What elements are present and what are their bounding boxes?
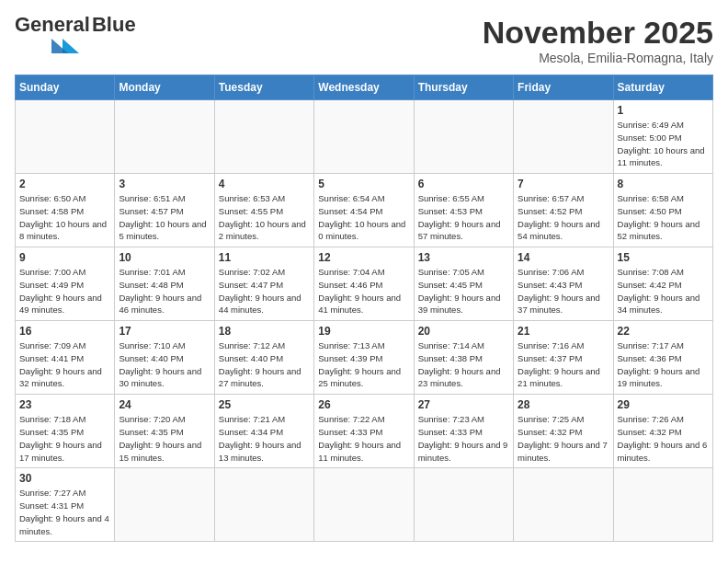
calendar-cell: 2Sunrise: 6:50 AM Sunset: 4:58 PM Daylig… (16, 174, 115, 247)
day-info: Sunrise: 7:08 AM Sunset: 4:42 PM Dayligh… (618, 266, 709, 316)
day-number: 18 (219, 325, 310, 338)
calendar-cell: 25Sunrise: 7:21 AM Sunset: 4:34 PM Dayli… (214, 395, 313, 468)
calendar-cell: 15Sunrise: 7:08 AM Sunset: 4:42 PM Dayli… (613, 247, 712, 321)
day-info: Sunrise: 7:25 AM Sunset: 4:32 PM Dayligh… (518, 413, 609, 464)
calendar-cell: 19Sunrise: 7:13 AM Sunset: 4:39 PM Dayli… (314, 321, 414, 395)
day-number: 5 (318, 178, 409, 190)
calendar-cell: 22Sunrise: 7:17 AM Sunset: 4:36 PM Dayli… (613, 321, 712, 395)
day-info: Sunrise: 7:20 AM Sunset: 4:35 PM Dayligh… (119, 413, 210, 464)
day-info: Sunrise: 7:12 AM Sunset: 4:40 PM Dayligh… (219, 339, 310, 390)
calendar-cell: 12Sunrise: 7:04 AM Sunset: 4:46 PM Dayli… (314, 247, 414, 321)
logo-text-general: General (15, 15, 90, 35)
day-number: 7 (518, 178, 609, 190)
calendar-cell: 9Sunrise: 7:00 AM Sunset: 4:49 PM Daylig… (16, 247, 115, 321)
calendar-table: SundayMondayTuesdayWednesdayThursdayFrid… (15, 75, 713, 542)
calendar-cell: 24Sunrise: 7:20 AM Sunset: 4:35 PM Dayli… (115, 395, 214, 468)
day-info: Sunrise: 7:27 AM Sunset: 4:31 PM Dayligh… (19, 487, 110, 537)
calendar-cell: 16Sunrise: 7:09 AM Sunset: 4:41 PM Dayli… (16, 321, 115, 395)
day-info: Sunrise: 6:50 AM Sunset: 4:58 PM Dayligh… (19, 192, 110, 243)
weekday-header-thursday: Thursday (414, 75, 513, 100)
calendar-cell: 28Sunrise: 7:25 AM Sunset: 4:32 PM Dayli… (514, 395, 613, 468)
day-number: 29 (618, 398, 709, 411)
calendar-cell: 29Sunrise: 7:26 AM Sunset: 4:32 PM Dayli… (613, 395, 712, 468)
calendar-cell: 27Sunrise: 7:23 AM Sunset: 4:33 PM Dayli… (414, 395, 513, 468)
calendar-cell (214, 468, 313, 542)
day-number: 19 (318, 325, 409, 338)
calendar-cell: 11Sunrise: 7:02 AM Sunset: 4:47 PM Dayli… (214, 247, 313, 321)
day-number: 14 (518, 251, 609, 264)
day-info: Sunrise: 7:06 AM Sunset: 4:43 PM Dayligh… (518, 266, 609, 316)
day-number: 22 (618, 325, 709, 338)
weekday-header-sunday: Sunday (16, 75, 115, 100)
day-number: 20 (418, 325, 509, 338)
day-info: Sunrise: 7:16 AM Sunset: 4:37 PM Dayligh… (518, 339, 609, 390)
calendar-cell: 20Sunrise: 7:14 AM Sunset: 4:38 PM Dayli… (414, 321, 513, 395)
calendar-cell: 17Sunrise: 7:10 AM Sunset: 4:40 PM Dayli… (115, 321, 214, 395)
calendar-cell: 30Sunrise: 7:27 AM Sunset: 4:31 PM Dayli… (16, 468, 115, 542)
day-number: 6 (418, 178, 509, 190)
calendar-cell: 14Sunrise: 7:06 AM Sunset: 4:43 PM Dayli… (514, 247, 613, 321)
day-number: 17 (119, 325, 210, 338)
calendar-cell (414, 100, 513, 174)
day-number: 23 (19, 398, 110, 411)
day-info: Sunrise: 7:10 AM Sunset: 4:40 PM Dayligh… (119, 339, 210, 390)
day-number: 2 (19, 178, 110, 190)
day-info: Sunrise: 7:22 AM Sunset: 4:33 PM Dayligh… (318, 413, 409, 464)
day-info: Sunrise: 7:02 AM Sunset: 4:47 PM Dayligh… (219, 266, 310, 316)
day-number: 16 (19, 325, 110, 338)
calendar-cell (214, 100, 313, 174)
day-info: Sunrise: 6:51 AM Sunset: 4:57 PM Dayligh… (119, 192, 210, 243)
day-info: Sunrise: 7:00 AM Sunset: 4:49 PM Dayligh… (19, 266, 110, 316)
calendar-header-row: SundayMondayTuesdayWednesdayThursdayFrid… (16, 75, 713, 100)
day-info: Sunrise: 7:14 AM Sunset: 4:38 PM Dayligh… (418, 339, 509, 390)
logo: General Blue (15, 15, 136, 53)
day-number: 26 (318, 398, 409, 411)
calendar-cell: 5Sunrise: 6:54 AM Sunset: 4:54 PM Daylig… (314, 174, 414, 247)
calendar-cell (514, 100, 613, 174)
day-info: Sunrise: 7:18 AM Sunset: 4:35 PM Dayligh… (19, 413, 110, 464)
logo-text-blue: Blue (92, 15, 136, 35)
day-number: 25 (219, 398, 310, 411)
calendar-week-row: 1Sunrise: 6:49 AM Sunset: 5:00 PM Daylig… (16, 100, 713, 174)
calendar-week-row: 9Sunrise: 7:00 AM Sunset: 4:49 PM Daylig… (16, 247, 713, 321)
calendar-cell: 3Sunrise: 6:51 AM Sunset: 4:57 PM Daylig… (115, 174, 214, 247)
day-info: Sunrise: 7:01 AM Sunset: 4:48 PM Dayligh… (119, 266, 210, 316)
weekday-header-tuesday: Tuesday (214, 75, 313, 100)
day-info: Sunrise: 6:58 AM Sunset: 4:50 PM Dayligh… (618, 192, 709, 243)
day-info: Sunrise: 7:21 AM Sunset: 4:34 PM Dayligh… (219, 413, 310, 464)
day-number: 12 (318, 251, 409, 264)
calendar-cell: 4Sunrise: 6:53 AM Sunset: 4:55 PM Daylig… (214, 174, 313, 247)
calendar-cell: 23Sunrise: 7:18 AM Sunset: 4:35 PM Dayli… (16, 395, 115, 468)
calendar-week-row: 2Sunrise: 6:50 AM Sunset: 4:58 PM Daylig… (16, 174, 713, 247)
calendar-cell (514, 468, 613, 542)
weekday-header-saturday: Saturday (613, 75, 712, 100)
day-info: Sunrise: 7:13 AM Sunset: 4:39 PM Dayligh… (318, 339, 409, 390)
calendar-week-row: 16Sunrise: 7:09 AM Sunset: 4:41 PM Dayli… (16, 321, 713, 395)
weekday-header-monday: Monday (115, 75, 214, 100)
calendar-cell (314, 468, 414, 542)
day-number: 28 (518, 398, 609, 411)
day-number: 11 (219, 251, 310, 264)
day-info: Sunrise: 7:17 AM Sunset: 4:36 PM Dayligh… (618, 339, 709, 390)
calendar-cell: 8Sunrise: 6:58 AM Sunset: 4:50 PM Daylig… (613, 174, 712, 247)
calendar-cell: 13Sunrise: 7:05 AM Sunset: 4:45 PM Dayli… (414, 247, 513, 321)
location-title: Mesola, Emilia-Romagna, Italy (483, 51, 713, 65)
weekday-header-wednesday: Wednesday (314, 75, 414, 100)
day-number: 27 (418, 398, 509, 411)
calendar-cell: 21Sunrise: 7:16 AM Sunset: 4:37 PM Dayli… (514, 321, 613, 395)
calendar-cell: 7Sunrise: 6:57 AM Sunset: 4:52 PM Daylig… (514, 174, 613, 247)
calendar-week-row: 23Sunrise: 7:18 AM Sunset: 4:35 PM Dayli… (16, 395, 713, 468)
title-area: November 2025 Mesola, Emilia-Romagna, It… (483, 15, 713, 65)
day-number: 10 (119, 251, 210, 264)
calendar-week-row: 30Sunrise: 7:27 AM Sunset: 4:31 PM Dayli… (16, 468, 713, 542)
page-header: General Blue November 2025 Mesola, Emili… (15, 15, 713, 65)
calendar-cell: 6Sunrise: 6:55 AM Sunset: 4:53 PM Daylig… (414, 174, 513, 247)
day-info: Sunrise: 7:26 AM Sunset: 4:32 PM Dayligh… (618, 413, 709, 464)
day-number: 4 (219, 178, 310, 190)
day-info: Sunrise: 7:05 AM Sunset: 4:45 PM Dayligh… (418, 266, 509, 316)
day-info: Sunrise: 7:09 AM Sunset: 4:41 PM Dayligh… (19, 339, 110, 390)
calendar-cell (115, 100, 214, 174)
calendar-cell (16, 100, 115, 174)
calendar-cell: 26Sunrise: 7:22 AM Sunset: 4:33 PM Dayli… (314, 395, 414, 468)
calendar-cell (414, 468, 513, 542)
